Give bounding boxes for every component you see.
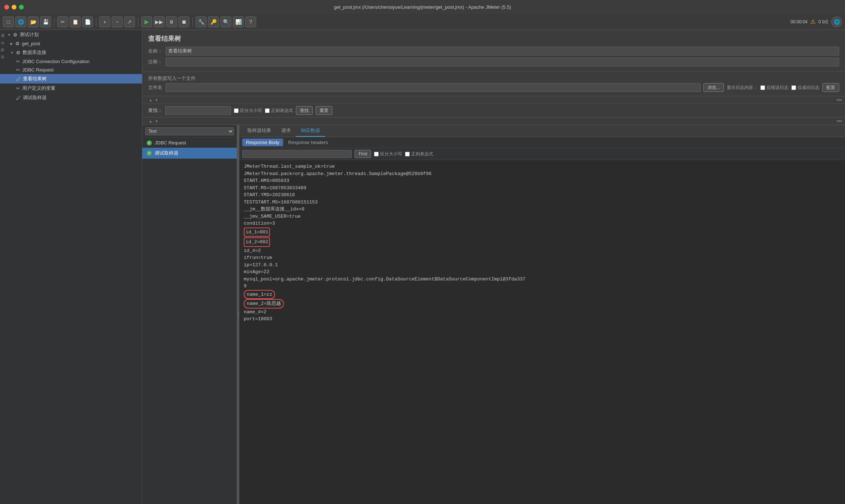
status-success-icon-2 — [147, 151, 152, 156]
comment-label: 注释： — [148, 59, 163, 65]
tab-response-data[interactable]: 响应数据 — [296, 125, 325, 137]
filename-row: 文件名 浏览... 显示日志内容： 仅错误日志 仅成功日志 配置 — [148, 83, 839, 92]
save-button[interactable]: 💾 — [40, 16, 51, 27]
subtab-response-headers[interactable]: Response headers — [285, 139, 332, 146]
collapse-up-icon[interactable]: ▲ — [148, 98, 153, 102]
help-button[interactable]: ? — [245, 16, 256, 27]
stop-button[interactable]: ⏹ — [178, 16, 189, 27]
regex-checkbox[interactable] — [265, 108, 270, 113]
gear-icon-2: ⚙ — [15, 41, 20, 46]
sidebar-item-debug-sampler[interactable]: 🖊 调试取样器 — [0, 93, 142, 102]
run-button[interactable]: ▶ — [141, 16, 152, 27]
browse-button[interactable]: 浏览... — [703, 83, 724, 92]
search-input[interactable] — [165, 106, 231, 115]
copy-button[interactable]: 📋 — [70, 16, 81, 27]
sidebar-item-jdbc-config[interactable]: ✂ JDBC Connection Configuration — [0, 57, 142, 66]
response-case-sensitive-checkbox[interactable] — [374, 152, 379, 156]
sidebar-item-label-2: get_post — [22, 41, 40, 46]
scissors-icon: ✂ — [16, 59, 20, 64]
expand-button[interactable]: + — [99, 16, 110, 27]
error-count: 0 0/2 — [818, 19, 828, 24]
sidebar-item-label-8: 调试取样器 — [23, 94, 47, 101]
config-button[interactable]: 配置 — [822, 83, 839, 92]
maximize-button[interactable] — [19, 5, 24, 9]
toolbar: □ 🌐 📂 💾 ✂ 📋 📄 + − ↗ ▶ ▶▶ ⏸ ⏹ 🔧 🔑 🔍 📊 ? 0… — [0, 14, 845, 30]
response-case-sensitive-text: 区分大小写 — [380, 151, 402, 157]
response-regex-checkbox[interactable] — [405, 152, 410, 156]
sidebar: 图 数 件 调 伤 ▼ ⚙ 测试计划 ▶ ⚙ get_post ▼ ⚙ 数据库连… — [0, 30, 142, 504]
sidebar-item-test-plan[interactable]: ▼ ⚙ 测试计划 — [0, 30, 142, 39]
key-button[interactable]: 🔑 — [208, 16, 219, 27]
tree-items: JDBC Request 调试取样器 — [142, 138, 237, 504]
timer-display: 00:00:04 — [791, 19, 808, 24]
split-panel: Text XML HTML JSON JDBC Request 调试取样器 — [142, 125, 845, 504]
dots-menu-bottom: ••• — [837, 118, 842, 124]
sidebar-item-label-5: JDBC Request — [22, 67, 54, 73]
response-line-11: id_#=2 — [244, 247, 841, 255]
search-toolbar-button[interactable]: 🔍 — [220, 16, 231, 27]
pen-icon: 🖊 — [16, 76, 21, 82]
success-only-checkbox-label[interactable]: 仅成功日志 — [791, 85, 819, 91]
minimize-button[interactable] — [12, 5, 16, 9]
subtabs-row: Response Body Response headers — [239, 137, 845, 148]
more-options-icon-2[interactable]: ••• — [837, 118, 842, 124]
tab-request[interactable]: 请求 — [276, 125, 296, 137]
tab-sampler-result[interactable]: 取样器结果 — [242, 125, 276, 137]
sidebar-item-db-connect[interactable]: ▼ ⚙ 数据库连接 — [0, 48, 142, 57]
error-only-checkbox-label[interactable]: 仅错误日志 — [760, 85, 788, 91]
toggle-button[interactable]: ↗ — [124, 16, 135, 27]
success-only-checkbox[interactable] — [791, 85, 796, 90]
display-format-select[interactable]: Text XML HTML JSON — [145, 127, 234, 135]
filename-input[interactable] — [166, 83, 701, 92]
open-button[interactable]: 📂 — [28, 16, 39, 27]
wrench-button[interactable]: 🔧 — [196, 16, 207, 27]
scissors-icon-3: ✂ — [16, 86, 20, 91]
regex-label[interactable]: 正则表达式 — [265, 108, 293, 114]
response-regex-label[interactable]: 正则表达式 — [405, 151, 433, 157]
main-layout: 图 数 件 调 伤 ▼ ⚙ 测试计划 ▶ ⚙ get_post ▼ ⚙ 数据库连… — [0, 30, 845, 504]
find-button[interactable]: 查找 — [296, 106, 313, 115]
response-line-2: START.HMS=095033 — [244, 177, 841, 185]
warning-icon: ⚠ — [810, 18, 815, 25]
sidebar-item-view-tree[interactable]: 🖊 查看结果树 — [0, 74, 142, 84]
name-input[interactable] — [166, 47, 839, 55]
response-case-sensitive-label[interactable]: 区分大小写 — [374, 151, 402, 157]
sidebar-item-label-7: 用户定义的变量 — [22, 85, 55, 92]
collapse-down-icon-2[interactable]: ▼ — [154, 119, 159, 123]
reset-button[interactable]: 重置 — [316, 106, 332, 115]
remote-button[interactable]: 🌐 — [831, 16, 842, 27]
paste-button[interactable]: 📄 — [82, 16, 93, 27]
tree-item-jdbc[interactable]: JDBC Request — [142, 138, 237, 148]
subtab-response-body[interactable]: Response Body — [242, 139, 283, 146]
response-find-button[interactable]: Find — [355, 150, 371, 158]
bottom-search-row: ▲ ▼ ••• — [142, 117, 845, 125]
response-line-15: mysql_pool=org.apache.jmeter.protocol.jd… — [244, 276, 841, 283]
pause-button[interactable]: ⏸ — [166, 16, 177, 27]
more-options-icon[interactable]: ••• — [837, 97, 842, 103]
sidebar-item-jdbc-request[interactable]: ✂ JDBC Request — [0, 66, 142, 74]
response-line-7: __jmv_SAME_USER=true — [244, 213, 841, 220]
titlebar: get_post.jmx (/Users/chensiyue/Learning/… — [0, 0, 845, 14]
case-sensitive-checkbox[interactable] — [234, 108, 239, 113]
sidebar-item-get-post[interactable]: ▶ ⚙ get_post — [0, 39, 142, 48]
close-button[interactable] — [4, 5, 9, 9]
new-button[interactable]: □ — [3, 16, 14, 27]
run-all-button[interactable]: ▶▶ — [154, 16, 165, 27]
comment-row: 注释： — [148, 58, 839, 66]
case-sensitive-label[interactable]: 区分大小写 — [234, 108, 262, 114]
tree-item-debug[interactable]: 调试取样器 — [142, 148, 237, 159]
chart-button[interactable]: 📊 — [233, 16, 244, 27]
response-search-input[interactable] — [242, 150, 352, 158]
response-line-6: __jm__数据库连接__idx=0 — [244, 206, 841, 213]
sidebar-item-user-vars[interactable]: ✂ 用户定义的变量 — [0, 84, 142, 93]
template-button[interactable]: 🌐 — [15, 16, 26, 27]
collapse-down-icon[interactable]: ▼ — [154, 98, 159, 102]
cut-button[interactable]: ✂ — [57, 16, 68, 27]
sidebar-item-label: 测试计划 — [20, 31, 39, 38]
response-search-bar: Find 区分大小写 正则表达式 — [239, 148, 845, 160]
error-only-checkbox[interactable] — [760, 85, 765, 90]
comment-input[interactable] — [166, 58, 839, 66]
response-line-3: START.MS=1687053033409 — [244, 185, 841, 192]
collapse-up-icon-2[interactable]: ▲ — [148, 119, 153, 123]
collapse-button[interactable]: − — [112, 16, 123, 27]
